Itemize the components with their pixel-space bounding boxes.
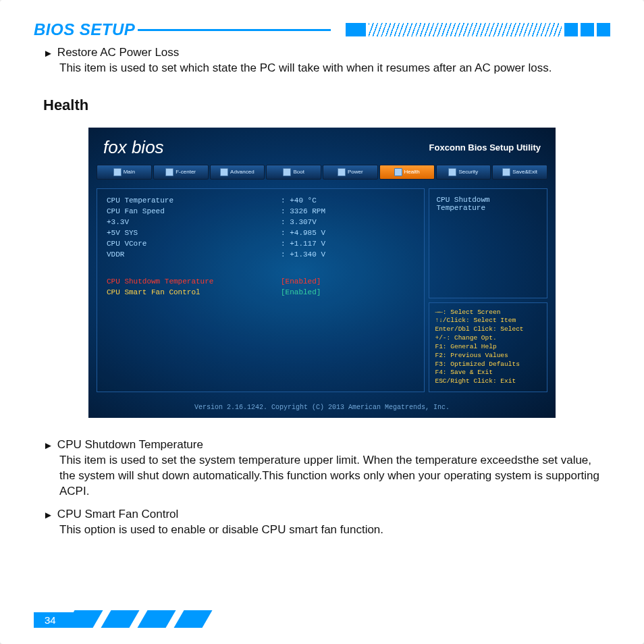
bios-help-top: CPU Shutdowm Temperature — [429, 188, 547, 298]
tab-icon — [338, 168, 346, 176]
arrow-icon: ► — [43, 508, 53, 522]
tab-security[interactable]: Security — [436, 165, 491, 180]
section-heading-health: Health — [43, 97, 610, 114]
bios-tabs: Main F-center Advanced Boot Power Health… — [88, 165, 556, 180]
bios-reading: +5V SYS: +4.985 V — [107, 228, 414, 239]
tab-power[interactable]: Power — [323, 165, 378, 180]
header-squares-icon — [564, 23, 610, 36]
footer-stripes-icon — [70, 610, 215, 628]
item-title: Restore AC Power Loss — [57, 46, 179, 59]
bios-option-smart-fan[interactable]: CPU Smart Fan Control [Enabled] — [107, 288, 414, 298]
tab-icon — [283, 168, 291, 176]
doc-item-cpu-smart-fan: ► CPU Smart Fan Control This option is u… — [43, 508, 610, 538]
bios-panel-right: CPU Shutdowm Temperature →←: Select Scre… — [429, 188, 547, 392]
tab-main[interactable]: Main — [97, 165, 152, 180]
bios-screenshot: fox bios Foxconn Bios Setup Utility Main… — [88, 128, 556, 418]
tab-icon — [394, 168, 402, 176]
manual-page: BIOS SETUP ► Restore AC Power Loss This … — [0, 0, 644, 644]
tab-icon — [502, 168, 510, 176]
arrow-icon: ► — [43, 46, 53, 61]
item-desc: This item is used to set the system temp… — [59, 453, 610, 500]
tab-boot[interactable]: Boot — [266, 165, 321, 180]
bios-logo: fox bios — [103, 137, 164, 158]
tab-save-exit[interactable]: Save&Exit — [492, 165, 547, 180]
page-title: BIOS SETUP — [34, 20, 138, 39]
item-desc: This option is used to enable or disable… — [59, 522, 610, 538]
page-header: BIOS SETUP — [34, 20, 610, 39]
bios-subtitle: Foxconn Bios Setup Utility — [429, 142, 541, 153]
tab-icon — [220, 168, 228, 176]
tab-advanced[interactable]: Advanced — [210, 165, 265, 180]
doc-item-cpu-shutdown-temp: ► CPU Shutdown Temperature This item is … — [43, 438, 610, 500]
bios-version-footer: Version 2.16.1242. Copyright (C) 2013 Am… — [88, 404, 556, 411]
tab-icon — [113, 168, 122, 176]
bios-help-keys: →←: Select Screen ↑↓/Click: Select Item … — [429, 302, 547, 392]
bios-panel-left: CPU Temperature: +40 °C CPU Fan Speed: 3… — [97, 188, 425, 392]
tab-fcenter[interactable]: F-center — [153, 165, 209, 180]
item-desc: This item is used to set which state the… — [59, 61, 610, 76]
tab-icon — [448, 168, 456, 176]
bios-option-cpu-shutdown[interactable]: CPU Shutdowm Temperature [Enabled] — [107, 277, 414, 288]
item-title: CPU Smart Fan Control — [57, 508, 179, 521]
header-block-icon — [346, 23, 366, 36]
doc-item-restore-ac: ► Restore AC Power Loss This item is use… — [43, 46, 610, 76]
bios-reading: CPU Temperature: +40 °C — [107, 196, 414, 207]
page-footer: 34 — [34, 610, 610, 628]
tab-health[interactable]: Health — [379, 165, 435, 180]
arrow-icon: ► — [43, 438, 53, 453]
bios-body: CPU Temperature: +40 °C CPU Fan Speed: 3… — [97, 188, 547, 392]
header-rule — [138, 29, 331, 31]
item-title: CPU Shutdown Temperature — [57, 438, 203, 452]
header-hatch-icon — [369, 23, 562, 36]
tab-icon — [165, 168, 173, 176]
bios-reading: CPU VCore: +1.117 V — [107, 239, 414, 250]
bios-reading: VDDR: +1.340 V — [107, 250, 414, 261]
bios-header: fox bios Foxconn Bios Setup Utility — [88, 128, 556, 165]
bios-reading: CPU Fan Speed: 3326 RPM — [107, 207, 414, 217]
bios-reading: +3.3V: 3.307V — [107, 217, 414, 228]
